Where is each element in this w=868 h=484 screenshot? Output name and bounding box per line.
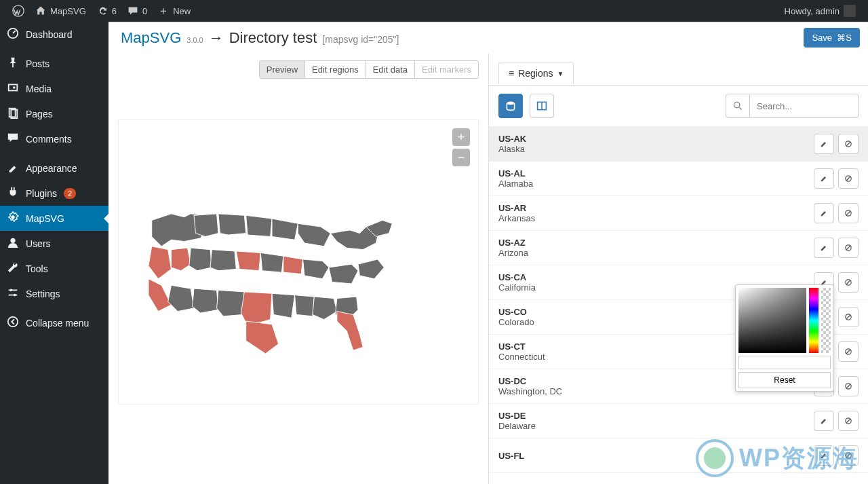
account[interactable]: Howdy, admin [779, 0, 861, 22]
site-name[interactable]: MapSVG [30, 0, 92, 22]
wp-logo[interactable] [7, 0, 30, 22]
updates[interactable]: 6 [92, 0, 122, 22]
avatar [844, 5, 856, 17]
comments-count[interactable]: 0 [122, 0, 153, 22]
new-content[interactable]: ＋New [153, 0, 196, 22]
admin-bar: MapSVG 6 0 ＋New Howdy, admin [0, 0, 868, 22]
